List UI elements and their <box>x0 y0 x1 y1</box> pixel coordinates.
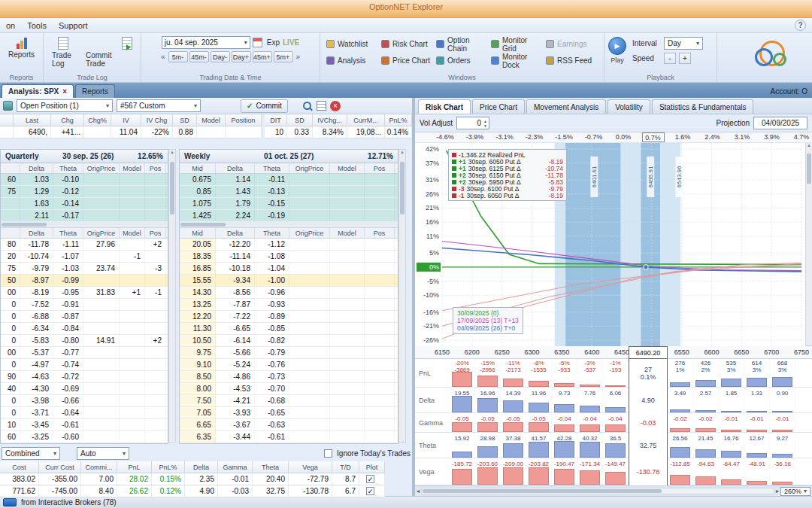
chain-cell[interactable] <box>145 323 166 334</box>
chain-cell[interactable] <box>120 347 145 358</box>
chain-cell[interactable] <box>289 323 330 334</box>
projection-date-input[interactable]: 04/09/2025 <box>753 117 807 129</box>
chain-cell[interactable]: 15.55 <box>180 275 216 286</box>
chain-cell[interactable]: -0.77 <box>53 347 83 358</box>
v-scrollbar[interactable]: ▲ <box>805 143 812 345</box>
chain-cell[interactable] <box>120 210 145 221</box>
chain-row[interactable]: 9.10-5.24-0.76 <box>180 359 398 371</box>
chain-cell[interactable]: 50 <box>1 275 20 286</box>
chain-cell[interactable]: 9.75 <box>180 347 216 358</box>
chain-cell[interactable]: -3.25 <box>20 431 53 443</box>
chain-cell[interactable]: 40 <box>1 383 20 394</box>
chain-cell[interactable] <box>365 407 395 418</box>
chain-row[interactable]: 20.05-12.20-1.12 <box>180 239 398 251</box>
chain-cell[interactable]: -0.96 <box>255 287 289 298</box>
scroll-right-icon[interactable]: ▸ <box>776 488 779 494</box>
chain-cell[interactable]: -7.87 <box>216 299 255 310</box>
chain-cell[interactable] <box>365 311 395 322</box>
chain-cell[interactable] <box>289 275 330 286</box>
tab-reports[interactable]: Reports <box>75 84 115 98</box>
chain-cell[interactable] <box>365 186 395 197</box>
chain-cell[interactable] <box>145 371 166 382</box>
chain-cell[interactable] <box>330 210 365 221</box>
strategy-select[interactable]: #567 Custom ▾ <box>117 99 201 112</box>
chain-row[interactable]: 11.30-6.65-0.85 <box>180 323 398 335</box>
chain-cell[interactable]: -4.63 <box>20 371 53 382</box>
chain-cell[interactable]: 20.05 <box>180 239 216 250</box>
chain-cell[interactable] <box>83 407 120 418</box>
chain-cell[interactable]: -0.69 <box>53 383 83 394</box>
chain-cell[interactable] <box>330 186 365 197</box>
chain-cell[interactable] <box>330 335 365 346</box>
chain-cell[interactable] <box>289 407 330 418</box>
close-tab-icon[interactable]: × <box>62 87 67 96</box>
tab-analysis-spx[interactable]: Analysis: SPX × <box>2 84 74 98</box>
chain-cell[interactable] <box>330 251 365 262</box>
chain-row[interactable]: 6.65-3.67-0.63 <box>180 419 398 431</box>
chain-cell[interactable]: -1.03 <box>53 263 83 274</box>
chain-cell[interactable]: -12.20 <box>216 239 255 250</box>
chain-cell[interactable] <box>365 287 395 298</box>
window-toggle-option-chain[interactable]: Option Chain <box>434 37 489 51</box>
chain-row[interactable]: 15.55-9.34-1.00 <box>180 275 398 287</box>
chain-cell[interactable]: -0.65 <box>255 407 289 418</box>
chain-cell[interactable]: 31.83 <box>83 287 120 298</box>
chain-cell[interactable] <box>330 239 365 250</box>
chain-cell[interactable] <box>330 198 365 209</box>
chain-cell[interactable] <box>145 174 166 185</box>
chain-cell[interactable] <box>365 383 395 394</box>
chain-cell[interactable] <box>83 359 120 370</box>
chain-cell[interactable] <box>330 359 365 370</box>
chain-row[interactable]: 75-9.79-1.0323.74-3 <box>1 263 168 275</box>
chain-cell[interactable]: -0.91 <box>53 299 83 310</box>
chain-cell[interactable] <box>120 174 145 185</box>
chain-cell[interactable] <box>120 335 145 346</box>
chain-row[interactable]: 14.30-8.56-0.96 <box>180 287 398 299</box>
chain-cell[interactable] <box>289 263 330 274</box>
chain-cell[interactable]: -9.34 <box>216 275 255 286</box>
chain-cell[interactable] <box>83 431 120 443</box>
chain-cell[interactable] <box>145 198 166 209</box>
chain-row[interactable]: 7.05-3.93-0.65 <box>180 407 398 419</box>
step-button-day-[interactable]: Day- <box>211 51 230 62</box>
chain-cell[interactable]: -5.66 <box>216 347 255 358</box>
chain-cell[interactable] <box>330 371 365 382</box>
chain-cell[interactable]: 00 <box>1 347 20 358</box>
chain-cell[interactable] <box>145 186 166 197</box>
chain-row[interactable]: 8.50-4.86-0.73 <box>180 371 398 383</box>
chain-cell[interactable] <box>365 251 395 262</box>
chain-row[interactable]: 8.00-4.53-0.70 <box>180 383 398 395</box>
chain-cell[interactable] <box>145 311 166 322</box>
chain-cell[interactable]: -0.64 <box>53 407 83 418</box>
chain-cell[interactable]: -6.65 <box>216 323 255 334</box>
chain-cell[interactable] <box>83 275 120 286</box>
chain-cell[interactable]: 75 <box>1 263 20 274</box>
chain-cell[interactable] <box>120 311 145 322</box>
window-toggle-risk-chart[interactable]: Risk Chart <box>379 37 434 51</box>
chain-cell[interactable]: -8.56 <box>216 287 255 298</box>
chain-cell[interactable]: 1.075 <box>180 198 216 209</box>
step-button-5m-[interactable]: 5m+ <box>274 51 293 62</box>
chain-cell[interactable] <box>365 299 395 310</box>
chain-cell[interactable] <box>1 198 20 209</box>
plot-checkbox[interactable]: ✓ <box>366 475 374 483</box>
chain-cell[interactable]: -1.08 <box>255 251 289 262</box>
chain-cell[interactable] <box>1 210 20 221</box>
chain-cell[interactable] <box>289 287 330 298</box>
chain-cell[interactable]: +2 <box>145 239 166 250</box>
chain-cell[interactable] <box>120 395 145 406</box>
chain-cell[interactable] <box>145 359 166 370</box>
chain-cell[interactable]: -0.93 <box>255 299 289 310</box>
chain-cell[interactable]: -3.44 <box>216 431 255 443</box>
chain-row[interactable]: 0-6.34-0.84 <box>1 323 168 335</box>
window-toggle-orders[interactable]: Orders <box>434 53 489 68</box>
chain-cell[interactable] <box>120 431 145 443</box>
chain-row[interactable]: 10.50-6.14-0.82 <box>180 335 398 347</box>
chain-cell[interactable] <box>330 407 365 418</box>
risk-chart[interactable]: -4.6%-3.9%-3.1%-2.3%-1.5%-0.7%0.0%0.7%1.… <box>415 132 812 346</box>
search-icon[interactable] <box>302 101 313 111</box>
monitor-grid-icon[interactable] <box>317 101 326 111</box>
chain-row[interactable]: 751.29-0.12 <box>1 186 168 198</box>
chain-cell[interactable]: -0.95 <box>53 287 83 298</box>
interval-select[interactable]: Day ▾ <box>664 37 703 50</box>
